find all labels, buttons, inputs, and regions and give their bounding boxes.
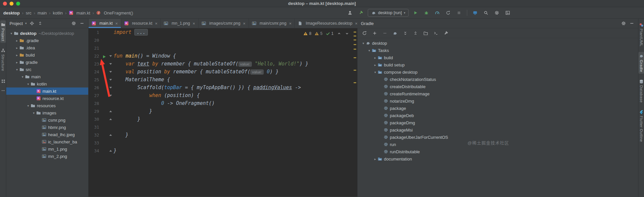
previous-issue-icon[interactable] xyxy=(336,31,341,36)
fold-marker-icon[interactable] xyxy=(109,71,112,73)
tree-chevron-icon[interactable]: ▾ xyxy=(20,75,25,79)
locate-file-button[interactable] xyxy=(29,20,35,26)
gradle-settings-button[interactable] xyxy=(443,30,449,36)
close-window-button[interactable] xyxy=(3,2,7,6)
gradle-options-button[interactable] xyxy=(621,20,627,26)
expand-all-button[interactable] xyxy=(402,30,408,36)
tree-chevron-icon[interactable]: ▾ xyxy=(367,49,372,52)
project-tree-item-ic-launcher-ba[interactable]: ic_launcher_ba xyxy=(6,138,88,145)
breadcrumb-item[interactable]: src xyxy=(26,11,31,15)
project-tree-item-desktop[interactable]: ▾desktop~/Desktop/desktop xyxy=(6,30,88,37)
debug-button[interactable] xyxy=(422,9,430,17)
project-tree-item-resources[interactable]: ▾resources xyxy=(6,102,88,109)
tab-close-icon[interactable]: × xyxy=(155,21,158,26)
gradle-attach-button[interactable] xyxy=(372,30,378,36)
panel-options-button[interactable] xyxy=(71,20,77,26)
gradle-tree-item-packagemsi[interactable]: packageMsi xyxy=(358,126,638,134)
fold-marker-icon[interactable] xyxy=(109,79,112,81)
user-icon[interactable] xyxy=(346,9,354,17)
tab-close-icon[interactable]: × xyxy=(193,21,195,26)
code-editor[interactable]: 1import ...202122fun main() = Window {23… xyxy=(89,28,358,197)
tab-imageresources-desktop[interactable]: ImageResources.desktop× xyxy=(295,19,361,28)
grid-icon[interactable] xyxy=(1,79,6,84)
gradle-tree-item-build-setup[interactable]: ▸build setup xyxy=(358,61,638,68)
rerun-button[interactable] xyxy=(444,9,452,17)
tree-chevron-icon[interactable]: ▸ xyxy=(14,46,19,50)
project-tree-item-images[interactable]: ▾images xyxy=(6,109,88,116)
tool-button-flutter-outline[interactable]: Flutter Outline xyxy=(638,108,644,144)
project-tree-item-main[interactable]: ▾main xyxy=(6,73,88,80)
gradle-tree-item-compose-desktop[interactable]: ▾compose desktop xyxy=(358,68,638,76)
gradle-tree-item-tasks[interactable]: ▾Tasks xyxy=(358,47,638,54)
tool-button-plantuml[interactable]: PlantUML xyxy=(638,21,644,48)
gradle-tree-item-rundistributable[interactable]: runDistributable xyxy=(358,148,638,155)
tool-button-gradle[interactable]: Gradle xyxy=(638,52,644,74)
project-tree-item-mn-2-png[interactable]: mn_2.png xyxy=(6,153,88,160)
more-tools-icon[interactable] xyxy=(1,88,6,93)
tree-chevron-icon[interactable]: ▸ xyxy=(14,39,19,42)
tab-images-csmr-png[interactable]: images/csmr.png× xyxy=(199,19,249,28)
gradle-execute-button[interactable] xyxy=(392,30,398,36)
passed-inspections[interactable]: 1 xyxy=(325,31,334,36)
project-panel-title[interactable]: Project xyxy=(10,21,23,26)
fold-marker-icon[interactable] xyxy=(109,118,112,120)
project-tree-item-csmr-png[interactable]: csmr.png xyxy=(6,116,88,124)
group-tasks-button[interactable] xyxy=(423,30,429,36)
build-project-button[interactable] xyxy=(357,9,365,17)
gradle-tree-item-desktop[interactable]: ▾desktop xyxy=(358,39,638,47)
fold-marker-icon[interactable] xyxy=(109,87,112,88)
breadcrumb-item[interactable]: desktop xyxy=(3,11,20,15)
run-button[interactable] xyxy=(412,9,419,17)
minimize-window-button[interactable] xyxy=(10,2,13,6)
breadcrumb-item[interactable]: main xyxy=(38,11,47,15)
gradle-tree-item-packagedmg[interactable]: packageDmg xyxy=(358,119,638,126)
maximize-window-button[interactable] xyxy=(16,2,20,6)
warnings-count[interactable]: 8 xyxy=(303,31,311,36)
tab-close-icon[interactable]: × xyxy=(355,21,358,26)
tool-button-project[interactable]: Project xyxy=(0,20,6,43)
profiler-button[interactable] xyxy=(433,9,441,17)
project-tree-item-head-lhc-jpeg[interactable]: head_lhc.jpeg xyxy=(6,131,88,138)
search-everywhere-button[interactable] xyxy=(482,9,490,17)
settings-button[interactable] xyxy=(493,9,501,17)
breadcrumb-item[interactable]: kotlin xyxy=(53,11,63,15)
project-tree-item-gradle[interactable]: ▸gradle xyxy=(6,59,88,66)
gradle-console-button[interactable] xyxy=(433,30,439,36)
tree-chevron-icon[interactable]: ▸ xyxy=(14,53,19,57)
tree-chevron-icon[interactable]: ▾ xyxy=(26,82,31,86)
tool-button-database[interactable]: Database xyxy=(638,77,644,104)
project-tree-item--idea[interactable]: ▸.idea xyxy=(6,44,88,51)
gradle-tree-item-createdistributable[interactable]: createDistributable xyxy=(358,83,638,90)
tree-chevron-icon[interactable]: ▾ xyxy=(9,32,14,35)
tab-close-icon[interactable]: × xyxy=(115,21,118,26)
project-tree-item-hbmr-png[interactable]: hbmr.png xyxy=(6,124,88,131)
tree-chevron-icon[interactable]: ▾ xyxy=(361,41,366,45)
breadcrumb-item[interactable]: Kmain.kt xyxy=(69,11,90,15)
fold-marker-icon[interactable] xyxy=(109,63,112,65)
collapse-all-button[interactable] xyxy=(413,30,418,36)
project-tree-item--gradle[interactable]: ▸.gradle xyxy=(6,37,88,44)
gradle-tree-item-build[interactable]: ▸build xyxy=(358,54,638,61)
layout-button[interactable] xyxy=(504,9,512,17)
project-tree-item-src[interactable]: ▾src xyxy=(6,66,88,73)
tree-chevron-icon[interactable]: ▾ xyxy=(26,104,31,108)
run-configuration-selector[interactable]: desktop [run] ▾ xyxy=(368,9,409,17)
hide-panel-button[interactable] xyxy=(79,20,85,26)
chevron-down-icon[interactable]: ▾ xyxy=(25,22,27,25)
fold-marker-icon[interactable] xyxy=(109,134,112,136)
collapse-all-button[interactable] xyxy=(37,20,43,26)
project-tree-item-mn-1-png[interactable]: mn_1.png xyxy=(6,145,88,153)
tool-button-structure[interactable]: Structure xyxy=(0,46,6,73)
project-tree-item-kotlin[interactable]: ▾kotlin xyxy=(6,80,88,87)
gradle-refresh-button[interactable] xyxy=(362,30,367,36)
gradle-tree-item-documentation[interactable]: ▸documentation xyxy=(358,155,638,162)
tab-resource-kt[interactable]: Kresource.kt× xyxy=(121,19,161,28)
tab-main-csmr-png[interactable]: main/csmr.png× xyxy=(249,19,295,28)
tree-chevron-icon[interactable]: ▾ xyxy=(373,70,378,74)
project-tree-item-resource-kt[interactable]: Kresource.kt xyxy=(6,95,88,102)
project-tree-item-main-kt[interactable]: Kmain.kt xyxy=(6,87,88,95)
tree-chevron-icon[interactable]: ▸ xyxy=(373,56,378,60)
tree-chevron-icon[interactable]: ▸ xyxy=(373,157,378,161)
run-gutter-icon[interactable] xyxy=(102,54,106,60)
error-stripe[interactable] xyxy=(353,28,357,197)
